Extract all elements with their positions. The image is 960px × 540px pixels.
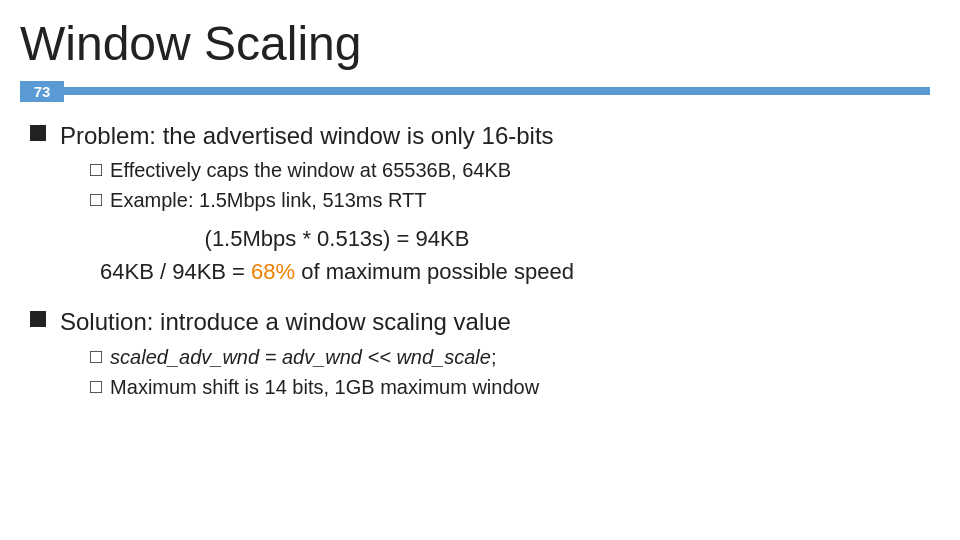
highlight-68: 68%	[251, 259, 295, 284]
sub-bullet-example-text: Example: 1.5Mbps link, 513ms RTT	[110, 186, 426, 214]
bullet-square-2	[30, 311, 46, 327]
calc-block: (1.5Mbps * 0.513s) = 94KB 64KB / 94KB = …	[100, 222, 574, 288]
bullet-problem-text: Problem: the advertised window is only 1…	[60, 120, 574, 152]
calc-line-2: 64KB / 94KB = 68% of maximum possible sp…	[100, 255, 574, 288]
sub-bullet-arrow-4: □	[90, 375, 102, 398]
sub-bullets-solution: □ scaled_adv_wnd = adv_wnd << wnd_scale;…	[90, 343, 539, 401]
sub-bullet-max-shift-text: Maximum shift is 14 bits, 1GB maximum wi…	[110, 373, 539, 401]
sub-bullet-arrow-2: □	[90, 188, 102, 211]
sub-bullet-arrow-1: □	[90, 158, 102, 181]
bullet-problem: Problem: the advertised window is only 1…	[30, 120, 930, 296]
bullet-square-1	[30, 125, 46, 141]
bullet-solution: Solution: introduce a window scaling val…	[30, 306, 930, 404]
sub-bullet-effectively: □ Effectively caps the window at 65536B,…	[90, 156, 574, 184]
slide-number-bar: 73	[20, 81, 930, 102]
sub-bullets-problem: □ Effectively caps the window at 65536B,…	[90, 156, 574, 214]
slide-number: 73	[20, 81, 64, 102]
bullet-solution-text: Solution: introduce a window scaling val…	[60, 306, 539, 338]
sub-bullet-arrow-3: □	[90, 345, 102, 368]
sub-bullet-effectively-text: Effectively caps the window at 65536B, 6…	[110, 156, 511, 184]
calc-line-1: (1.5Mbps * 0.513s) = 94KB	[100, 222, 574, 255]
scaled-code: scaled_adv_wnd = adv_wnd << wnd_scale	[110, 346, 491, 368]
sub-bullet-max-shift: □ Maximum shift is 14 bits, 1GB maximum …	[90, 373, 539, 401]
content-area: Problem: the advertised window is only 1…	[20, 120, 930, 405]
slide: Window Scaling 73 Problem: the advertise…	[0, 0, 960, 540]
sub-bullet-scaled-text: scaled_adv_wnd = adv_wnd << wnd_scale;	[110, 343, 496, 371]
sub-bullet-scaled: □ scaled_adv_wnd = adv_wnd << wnd_scale;	[90, 343, 539, 371]
slide-number-bar-line	[64, 87, 930, 95]
slide-title: Window Scaling	[20, 18, 930, 71]
sub-bullet-example: □ Example: 1.5Mbps link, 513ms RTT	[90, 186, 574, 214]
